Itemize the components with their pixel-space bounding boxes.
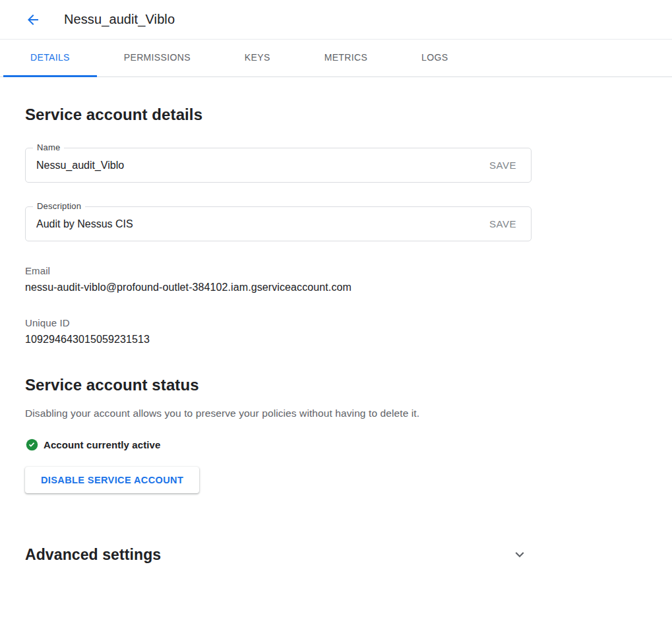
- page-header: Nessu_audit_Viblo: [0, 0, 672, 40]
- tab-keys-label: KEYS: [245, 52, 270, 63]
- description-field-container: Description SAVE: [25, 206, 532, 241]
- account-status-label: Account currently active: [44, 439, 160, 450]
- section-title-advanced: Advanced settings: [25, 546, 161, 564]
- check-circle-icon: [25, 438, 39, 452]
- arrow-left-icon: [25, 12, 41, 28]
- unique-id-label: Unique ID: [25, 317, 647, 328]
- chevron-down-icon: [511, 546, 528, 563]
- tab-details-label: DETAILS: [30, 52, 70, 63]
- name-field-label: Name: [33, 142, 64, 152]
- tab-permissions[interactable]: PERMISSIONS: [97, 40, 218, 77]
- unique-id-group: Unique ID 109294643015059231513: [25, 317, 647, 346]
- main-content: Service account details Name SAVE Descri…: [0, 106, 672, 566]
- unique-id-value: 109294643015059231513: [25, 334, 647, 346]
- name-save-button[interactable]: SAVE: [475, 148, 531, 182]
- page-title: Nessu_audit_Viblo: [64, 12, 175, 27]
- email-group: Email nessu-audit-viblo@profound-outlet-…: [25, 265, 647, 293]
- account-status-row: Account currently active: [25, 438, 647, 452]
- tab-keys[interactable]: KEYS: [218, 40, 297, 77]
- description-field-label: Description: [33, 201, 85, 211]
- email-value: nessu-audit-viblo@profound-outlet-384102…: [25, 282, 647, 293]
- name-input[interactable]: [26, 148, 475, 182]
- name-field-container: Name SAVE: [25, 148, 532, 183]
- status-description: Disabling your account allows you to pre…: [25, 408, 647, 419]
- advanced-expand-button[interactable]: [508, 543, 532, 566]
- tab-logs-label: LOGS: [421, 52, 448, 63]
- section-title-details: Service account details: [25, 106, 647, 124]
- tab-logs[interactable]: LOGS: [394, 40, 475, 77]
- tab-bar: DETAILS PERMISSIONS KEYS METRICS LOGS: [0, 40, 672, 77]
- tab-metrics[interactable]: METRICS: [297, 40, 394, 77]
- disable-service-account-button[interactable]: DISABLE SERVICE ACCOUNT: [25, 467, 199, 493]
- advanced-settings-row[interactable]: Advanced settings: [25, 543, 532, 566]
- back-button[interactable]: [20, 7, 46, 33]
- description-input[interactable]: [26, 207, 475, 241]
- tab-details[interactable]: DETAILS: [3, 40, 97, 77]
- section-title-status: Service account status: [25, 376, 647, 394]
- description-save-button[interactable]: SAVE: [475, 207, 531, 241]
- email-label: Email: [25, 265, 647, 276]
- tab-metrics-label: METRICS: [324, 52, 367, 63]
- tab-permissions-label: PERMISSIONS: [124, 52, 191, 63]
